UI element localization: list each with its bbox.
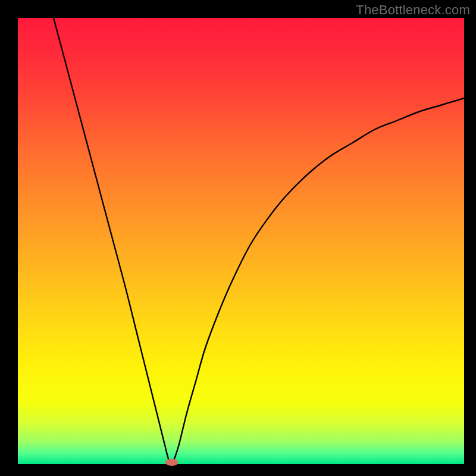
plot-area [18,18,464,464]
chart-frame: TheBottleneck.com [0,0,476,476]
optimum-marker [165,459,178,466]
bottleneck-chart [0,0,476,476]
